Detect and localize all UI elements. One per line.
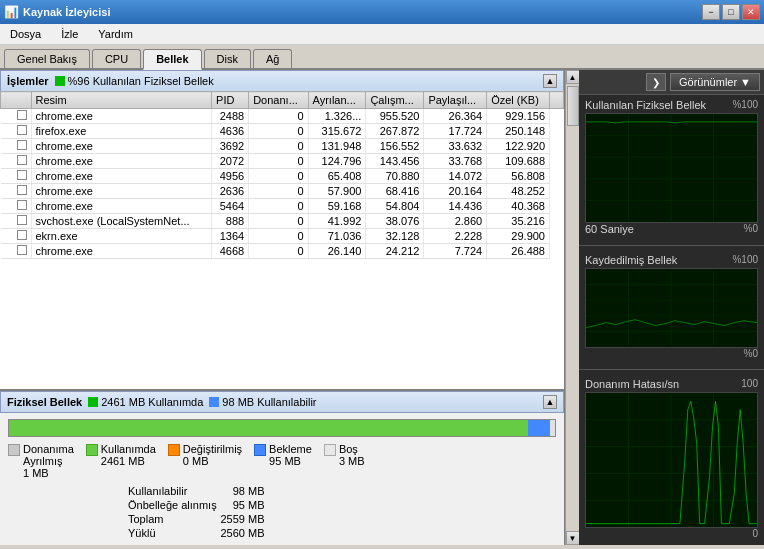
table-row[interactable]: chrome.exe 2072 0 124.796 143.456 33.768…	[1, 154, 564, 169]
table-row[interactable]: firefox.exe 4636 0 315.672 267.872 17.72…	[1, 124, 564, 139]
col-commit[interactable]: Ayrılan...	[308, 92, 366, 109]
row-shared: 14.436	[424, 199, 487, 214]
physical-section-header[interactable]: Fiziksel Bellek 2461 MB Kullanımda 98 MB…	[0, 391, 564, 413]
stat-label-installed: Yüklü	[128, 527, 156, 539]
row-checkbox[interactable]	[1, 229, 32, 244]
separator1	[579, 245, 764, 246]
row-hw: 0	[249, 139, 308, 154]
row-shared: 14.072	[424, 169, 487, 184]
menu-dosya[interactable]: Dosya	[4, 26, 47, 42]
scroll-thumb[interactable]	[567, 86, 579, 126]
tab-ag[interactable]: Ağ	[253, 49, 292, 68]
table-row[interactable]: chrome.exe 4668 0 26.140 24.212 7.724 26…	[1, 244, 564, 259]
process-table[interactable]: Resim PID Donanı... Ayrılan... Çalışm...…	[0, 91, 564, 389]
scroll-up-button[interactable]: ▲	[566, 70, 580, 84]
col-pid[interactable]: PID	[212, 92, 249, 109]
row-shared: 17.724	[424, 124, 487, 139]
main-container: İşlemler %96 Kullanılan Fiziksel Bellek …	[0, 70, 764, 545]
row-pid: 1364	[212, 229, 249, 244]
left-panel: İşlemler %96 Kullanılan Fiziksel Bellek …	[0, 70, 565, 545]
row-checkbox[interactable]	[1, 169, 32, 184]
stat-row-total: Toplam 2559 MB	[128, 513, 264, 525]
stat-value-cached: 95 MB	[233, 499, 265, 511]
physical-collapse-button[interactable]: ▲	[543, 395, 557, 409]
main-scrollbar[interactable]: ▲ ▼	[565, 70, 579, 545]
row-checkbox[interactable]	[1, 244, 32, 259]
row-checkbox[interactable]	[1, 214, 32, 229]
row-checkbox[interactable]	[1, 139, 32, 154]
row-commit: 315.672	[308, 124, 366, 139]
chart1-line	[586, 122, 757, 123]
separator2	[579, 369, 764, 370]
stat-value-available: 98 MB	[233, 485, 265, 497]
row-name: chrome.exe	[31, 109, 212, 124]
maximize-button[interactable]: □	[722, 4, 740, 20]
tab-disk[interactable]: Disk	[204, 49, 251, 68]
stat-label-total: Toplam	[128, 513, 163, 525]
row-shared: 26.364	[424, 109, 487, 124]
process-data-table: Resim PID Donanı... Ayrılan... Çalışm...…	[0, 91, 564, 259]
row-checkbox[interactable]	[1, 109, 32, 124]
table-row[interactable]: chrome.exe 4956 0 65.408 70.880 14.072 5…	[1, 169, 564, 184]
row-checkbox[interactable]	[1, 184, 32, 199]
row-private: 109.688	[487, 154, 550, 169]
row-private: 40.368	[487, 199, 550, 214]
col-private[interactable]: Özel (KB)	[487, 92, 550, 109]
row-pid: 2636	[212, 184, 249, 199]
close-button[interactable]: ✕	[742, 4, 760, 20]
physical-used-text: 2461 MB Kullanımda	[101, 396, 203, 408]
chart3-bottom-label: 0	[585, 528, 758, 539]
table-row[interactable]: chrome.exe 5464 0 59.168 54.804 14.436 4…	[1, 199, 564, 214]
table-row[interactable]: ekrn.exe 1364 0 71.036 32.128 2.228 29.9…	[1, 229, 564, 244]
row-checkbox[interactable]	[1, 154, 32, 169]
legend-free: Boş 3 MB	[324, 443, 365, 479]
row-checkbox[interactable]	[1, 124, 32, 139]
row-name: firefox.exe	[31, 124, 212, 139]
col-name[interactable]: Resim	[31, 92, 212, 109]
memory-standby-bar	[528, 420, 550, 436]
row-checkbox[interactable]	[1, 199, 32, 214]
views-button[interactable]: Görünümler ▼	[670, 73, 760, 91]
process-section-header[interactable]: İşlemler %96 Kullanılan Fiziksel Bellek …	[0, 70, 564, 91]
collapse-button[interactable]: ▲	[543, 74, 557, 88]
tab-bellek[interactable]: Bellek	[143, 49, 201, 70]
col-shared[interactable]: Paylaşıl...	[424, 92, 487, 109]
nav-prev-button[interactable]: ❯	[646, 73, 666, 91]
col-scrollbar	[550, 92, 564, 109]
legend-modified-text: Değiştirilmiş 0 MB	[183, 443, 242, 467]
row-pid: 888	[212, 214, 249, 229]
row-private: 29.900	[487, 229, 550, 244]
row-name: ekrn.exe	[31, 229, 212, 244]
col-hw[interactable]: Donanı...	[249, 92, 308, 109]
chart2-label: Kaydedilmiş Bellek %100	[585, 254, 758, 266]
minimize-button[interactable]: −	[702, 4, 720, 20]
menu-yardim[interactable]: Yardım	[92, 26, 139, 42]
col-working[interactable]: Çalışm...	[366, 92, 424, 109]
stat-value-installed: 2560 MB	[220, 527, 264, 539]
row-private: 48.252	[487, 184, 550, 199]
table-row[interactable]: chrome.exe 3692 0 131.948 156.552 33.632…	[1, 139, 564, 154]
legend-modified-box	[168, 444, 180, 456]
legend-standby-text: Bekleme 95 MB	[269, 443, 312, 467]
tab-cpu[interactable]: CPU	[92, 49, 141, 68]
legend-hardware: Donanıma Ayrılmış 1 MB	[8, 443, 74, 479]
stat-label-cached: Önbelleğe alınmış	[128, 499, 217, 511]
legend-free-text: Boş 3 MB	[339, 443, 365, 467]
physical-title-area: Fiziksel Bellek 2461 MB Kullanımda 98 MB…	[7, 396, 317, 408]
table-row[interactable]: chrome.exe 2636 0 57.900 68.416 20.164 4…	[1, 184, 564, 199]
legend-used: Kullanımda 2461 MB	[86, 443, 156, 479]
process-section-title: İşlemler	[7, 75, 49, 87]
row-commit: 26.140	[308, 244, 366, 259]
tab-genel-bakis[interactable]: Genel Bakış	[4, 49, 90, 68]
row-pid: 5464	[212, 199, 249, 214]
table-row[interactable]: svchost.exe (LocalSystemNet... 888 0 41.…	[1, 214, 564, 229]
row-private: 250.148	[487, 124, 550, 139]
title-bar-text: 📊 Kaynak İzleyicisi	[4, 5, 110, 19]
scroll-down-button[interactable]: ▼	[566, 531, 580, 545]
row-hw: 0	[249, 199, 308, 214]
stat-column: Kullanılabilir 98 MB Önbelleğe alınmış 9…	[128, 485, 264, 539]
menu-izle[interactable]: İzle	[55, 26, 84, 42]
table-row[interactable]: chrome.exe 2488 0 1.326... 955.520 26.36…	[1, 109, 564, 124]
chart3-area	[585, 392, 758, 528]
memory-stats: Kullanılabilir 98 MB Önbelleğe alınmış 9…	[8, 485, 556, 539]
